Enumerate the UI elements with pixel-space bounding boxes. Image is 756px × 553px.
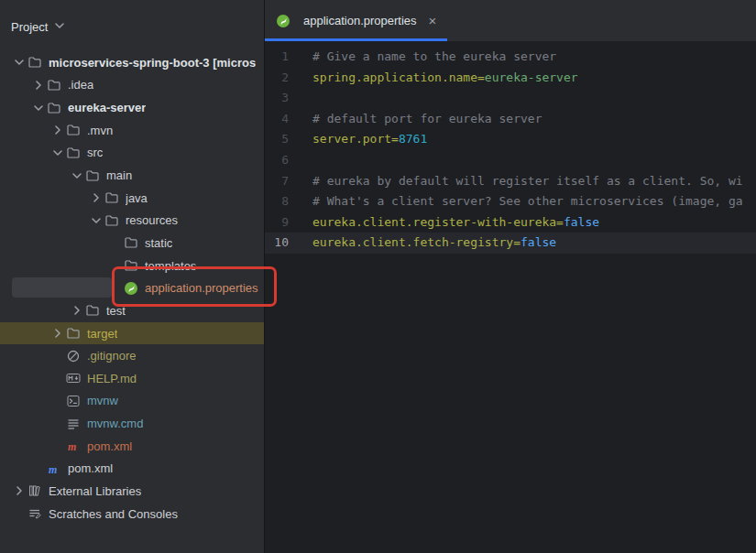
indent-spacer — [0, 287, 107, 288]
chevron-spacer — [49, 417, 66, 431]
tree-item-idea[interactable]: .idea — [0, 74, 264, 97]
chevron-down-icon[interactable] — [30, 101, 47, 115]
tree-item-label: pom.xml — [87, 439, 132, 453]
token-key: server.port — [312, 132, 391, 146]
tree-item-test[interactable]: test — [0, 299, 264, 322]
indent-spacer — [0, 333, 49, 334]
chevron-right-icon[interactable] — [69, 303, 85, 318]
tree-item-label: templates — [145, 259, 196, 273]
tree-item-label: mvnw — [87, 394, 118, 407]
panel-title: Project — [11, 20, 48, 34]
tree-item-mvnw[interactable]: mvnw — [0, 390, 264, 413]
code-line-9[interactable]: 9eureka.client.register-with-eureka=fals… — [265, 212, 756, 233]
tree-item-eureka-server[interactable]: eureka-server — [0, 96, 264, 119]
chevron-right-icon[interactable] — [30, 78, 47, 92]
line-number: 7 — [265, 171, 301, 192]
close-tab-icon[interactable]: × — [429, 14, 437, 27]
project-panel-header[interactable]: Project — [11, 18, 67, 36]
folder-icon — [66, 146, 81, 160]
tab-application-properties[interactable]: application.properties × — [265, 0, 447, 41]
code-text: eureka.client.register-with-eureka=false — [301, 212, 599, 233]
token-keyword: false — [564, 215, 599, 229]
code-text — [301, 88, 312, 109]
indent-spacer — [0, 378, 49, 379]
tree-item-label: test — [106, 304, 126, 318]
code-line-3[interactable]: 3 — [265, 88, 756, 109]
token-op: = — [556, 215, 564, 229]
code-line-5[interactable]: 5server.port=8761 — [265, 129, 756, 150]
tree-item-main[interactable]: main — [0, 164, 264, 187]
tree-item-resources[interactable]: resources — [0, 209, 264, 232]
chevron-right-icon[interactable] — [88, 190, 104, 205]
tree-item-label: java — [126, 191, 148, 205]
chevron-spacer — [49, 371, 66, 385]
tree-item-templates[interactable]: templates — [0, 255, 264, 277]
code-line-1[interactable]: 1# Give a name to the eureka server — [265, 47, 756, 68]
code-editor[interactable]: 1# Give a name to the eureka server2spri… — [265, 47, 756, 254]
indent-spacer — [0, 220, 88, 221]
tree-item-label: src — [87, 146, 103, 159]
token-op: = — [391, 132, 399, 146]
code-line-2[interactable]: 2spring.application.name=eureka-server — [265, 68, 756, 89]
line-number: 3 — [265, 88, 301, 109]
svg-text:m: m — [49, 462, 57, 475]
folder-icon — [47, 101, 61, 115]
tree-item-label: resources — [126, 213, 178, 227]
editor-tab-bar: application.properties × — [265, 0, 756, 41]
tree-item-gitignore[interactable]: .gitignore — [0, 344, 264, 367]
project-panel: Project microservices-spring-boot-3 [mic… — [0, 0, 264, 553]
spring-boot-icon — [124, 281, 138, 296]
code-line-6[interactable]: 6 — [265, 150, 756, 171]
tree-item-scratches-and-consoles[interactable]: Scratches and Consoles — [0, 503, 264, 526]
code-text: # eureka by default will register itself… — [301, 171, 743, 192]
code-line-7[interactable]: 7# eureka by default will register itsel… — [265, 171, 756, 192]
chevron-spacer — [107, 281, 124, 296]
scratches-icon — [27, 506, 42, 521]
tree-item-label: static — [145, 236, 172, 250]
chevron-right-icon[interactable] — [49, 123, 66, 137]
chevron-right-icon[interactable] — [11, 483, 27, 498]
chevron-spacer — [107, 235, 124, 250]
tab-label: application.properties — [303, 14, 417, 27]
code-line-8[interactable]: 8# What's a client server? See other mic… — [265, 191, 756, 212]
token-comment: # default port for eureka server — [312, 112, 542, 125]
chevron-down-icon[interactable] — [52, 18, 67, 36]
token-op: = — [477, 70, 485, 84]
folder-icon — [47, 78, 61, 92]
tree-item-microservices-spring-boot-3-micros[interactable]: microservices-spring-boot-3 [micros — [0, 51, 264, 74]
token-keyword: false — [520, 235, 556, 249]
chevron-right-icon[interactable] — [49, 326, 66, 341]
tree-item-mvnw-cmd[interactable]: mvnw.cmd — [0, 412, 264, 435]
chevron-spacer — [11, 506, 27, 521]
tree-item-help-md[interactable]: HELP.md — [0, 367, 264, 390]
tree-item-java[interactable]: java — [0, 187, 264, 210]
code-text: # default port for eureka server — [301, 109, 542, 130]
chevron-down-icon[interactable] — [88, 213, 104, 228]
maven-blue-icon: m — [47, 461, 61, 476]
code-line-10[interactable]: 10eureka.client.fetch-registry=false — [265, 233, 756, 254]
shell-file-icon — [66, 394, 81, 408]
tree-item-label: .gitignore — [87, 349, 136, 363]
tree-item-static[interactable]: static — [0, 232, 264, 255]
tree-item-target[interactable]: target — [0, 322, 264, 345]
chevron-down-icon[interactable] — [49, 146, 66, 160]
token-key: eureka.client.register-with-eureka — [312, 215, 556, 229]
tree-item-application-properties[interactable]: application.properties — [0, 276, 264, 299]
tree-item-external-libraries[interactable]: External Libraries — [0, 480, 264, 503]
tree-item-pom-xml[interactable]: mpom.xml — [0, 458, 264, 481]
indent-spacer — [0, 84, 30, 85]
text-file-icon — [66, 417, 81, 431]
tree-item-mvn[interactable]: .mvn — [0, 119, 264, 142]
line-number: 9 — [265, 212, 301, 233]
code-text: # What's a client server? See other micr… — [301, 191, 743, 212]
tree-item-src[interactable]: src — [0, 142, 264, 165]
project-tree: microservices-spring-boot-3 [micros.idea… — [0, 51, 264, 525]
folder-icon — [124, 258, 138, 273]
indent-spacer — [0, 491, 11, 492]
code-line-4[interactable]: 4# default port for eureka server — [265, 109, 756, 130]
chevron-down-icon[interactable] — [11, 55, 27, 70]
tree-item-pom-xml[interactable]: mpom.xml — [0, 435, 264, 458]
indent-spacer — [0, 266, 107, 266]
chevron-down-icon[interactable] — [69, 168, 85, 183]
folder-icon — [85, 168, 100, 183]
